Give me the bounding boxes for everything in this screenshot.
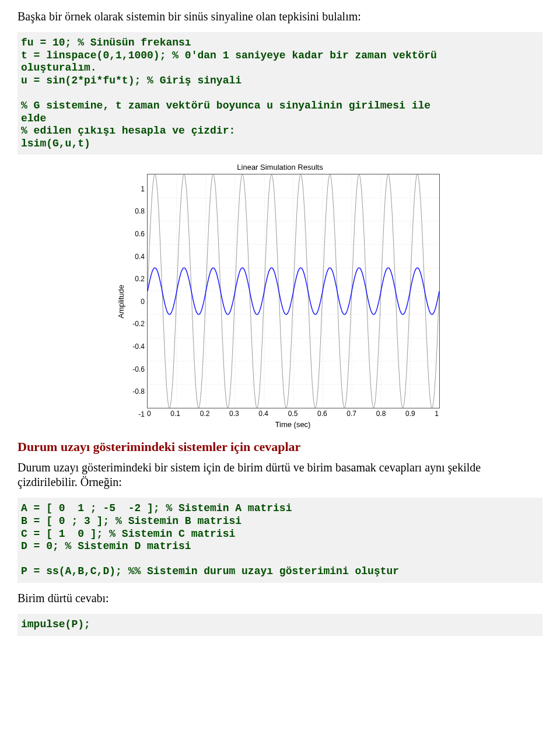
ytick: 0.2 — [127, 275, 145, 283]
ytick: -1 — [127, 410, 145, 418]
xtick: 0.2 — [200, 410, 210, 418]
ytick: 0.6 — [127, 230, 145, 238]
chart-plot — [147, 174, 440, 408]
code-block-2: A = [ 0 1 ; -5 -2 ]; % Sistemin A matris… — [18, 498, 542, 583]
xtick: 0.6 — [317, 410, 327, 418]
xtick: 0.7 — [346, 410, 356, 418]
code-block-3: impulse(P); — [18, 614, 542, 636]
ytick: 1 — [127, 185, 145, 193]
chart-box: Linear Simulation Results Amplitude 1 0.… — [117, 163, 443, 429]
ytick: 0.8 — [127, 207, 145, 215]
chart-ylabel: Amplitude — [117, 285, 127, 319]
ytick: 0 — [127, 298, 145, 306]
ytick: -0.4 — [127, 342, 145, 351]
xtick: 0 — [147, 410, 151, 418]
code-block-1: fu = 10; % Sinüsün frekansı t = linspace… — [18, 32, 542, 155]
chart-xlabel: Time (sec) — [147, 420, 439, 429]
paragraph-3: Birim dürtü cevabı: — [18, 591, 542, 606]
ytick: -0.6 — [127, 365, 145, 373]
chart-xticks: 0 0.1 0.2 0.3 0.4 0.5 0.6 0.7 0.8 0.9 1 — [147, 410, 439, 418]
paragraph-2: Durum uzayı gösterimindeki bir sistem iç… — [18, 460, 542, 490]
ytick: 0.4 — [127, 253, 145, 261]
xtick: 0.4 — [258, 410, 268, 418]
document-page: Başka bir örnek olarak sistemin bir sinü… — [0, 0, 560, 656]
xtick: 1 — [435, 410, 439, 418]
chart-container: Linear Simulation Results Amplitude 1 0.… — [18, 163, 542, 429]
xtick: 0.1 — [170, 410, 180, 418]
xtick: 0.5 — [288, 410, 298, 418]
section-heading: Durum uzayı gösterimindeki sistemler içi… — [18, 439, 542, 455]
chart-title: Linear Simulation Results — [117, 163, 443, 172]
xtick: 0.9 — [405, 410, 415, 418]
xtick: 0.3 — [229, 410, 239, 418]
chart-yticks: 1 0.8 0.6 0.4 0.2 0 -0.2 -0.4 -0.6 -0.8 … — [127, 185, 147, 418]
xtick: 0.8 — [376, 410, 386, 418]
ytick: -0.2 — [127, 320, 145, 328]
intro-paragraph: Başka bir örnek olarak sistemin bir sinü… — [18, 9, 542, 24]
ytick: -0.8 — [127, 387, 145, 396]
